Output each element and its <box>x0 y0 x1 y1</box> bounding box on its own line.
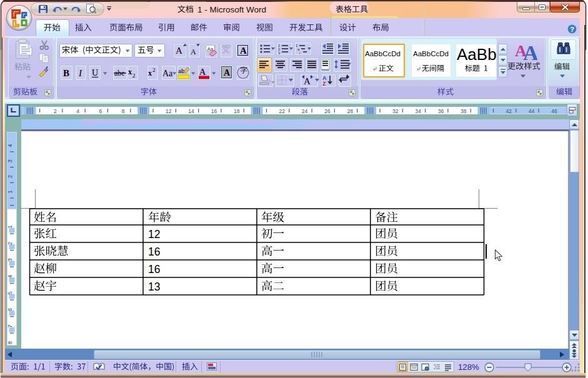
svg-text:16: 16 <box>148 246 160 258</box>
svg-text:13: 13 <box>148 281 160 293</box>
svg-text:12: 12 <box>148 228 160 241</box>
svg-text:128%: 128% <box>458 362 479 372</box>
svg-text:16: 16 <box>148 263 160 276</box>
